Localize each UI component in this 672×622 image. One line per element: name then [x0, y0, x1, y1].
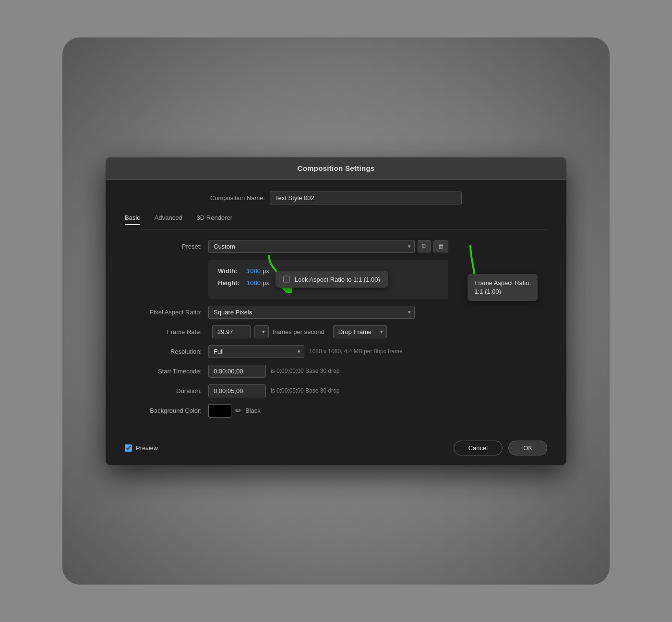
fps-label: frames per second: [273, 328, 324, 335]
pixel-aspect-select[interactable]: Square Pixels: [208, 306, 415, 319]
eyedropper-icon[interactable]: ✏: [235, 406, 241, 415]
wh-section: Width: 1080 px Height: 1080 px Lock Aspe…: [125, 260, 547, 299]
frame-rate-label: Frame Rate:: [125, 328, 202, 335]
tabs-row: Basic Advanced 3D Renderer: [125, 214, 547, 229]
width-label: Width:: [218, 267, 247, 275]
frame-rate-dropdown-wrapper: [254, 325, 269, 338]
dialog-footer: Preview Cancel OK: [106, 434, 566, 465]
comp-name-input[interactable]: [270, 191, 462, 204]
start-timecode-row: Start Timecode: is 0;00;00;00 Base 30 dr…: [125, 365, 547, 378]
resolution-note: 1080 x 1080, 4.4 MB per 8bpc frame: [309, 348, 403, 355]
preset-row: Preset: Custom ⧉ 🗑: [125, 240, 547, 253]
duration-input[interactable]: [208, 384, 266, 397]
resolution-dropdown-wrapper: Full: [208, 345, 304, 358]
height-label: Height:: [218, 279, 247, 287]
preset-dropdown-wrapper: Custom: [208, 240, 415, 253]
frame-aspect-label: Frame Aspect Ratio: 1:1 (1.00): [474, 279, 531, 296]
duration-row: Duration: is 0;00;05;00 Base 30 drop: [125, 384, 547, 397]
frame-aspect-tooltip: Frame Aspect Ratio: 1:1 (1.00): [468, 274, 538, 301]
bg-color-name: Black: [245, 407, 261, 414]
comp-name-row: Composition Name:: [125, 191, 547, 204]
start-timecode-input[interactable]: [208, 365, 266, 378]
frame-rate-row: Frame Rate: frames per second Drop Frame: [125, 325, 547, 338]
bg-color-swatch[interactable]: [208, 404, 231, 418]
height-unit: px: [263, 279, 269, 287]
duration-note: is 0;00;05;00 Base 30 drop: [271, 387, 339, 394]
resolution-label: Resolution:: [125, 348, 202, 355]
tab-basic[interactable]: Basic: [125, 214, 140, 225]
dialog-window: Composition Settings Composition Name: B…: [106, 157, 566, 465]
frame-rate-dropdown[interactable]: [254, 325, 269, 338]
start-timecode-note: is 0;00;00;00 Base 30 drop: [271, 368, 339, 374]
footer-buttons: Cancel OK: [454, 441, 547, 455]
drop-frame-dropdown-wrapper: Drop Frame: [333, 325, 387, 338]
lock-aspect-tooltip: Lock Aspect Ratio to 1:1 (1.00): [276, 271, 388, 287]
dialog-titlebar: Composition Settings: [106, 157, 566, 180]
dialog-title: Composition Settings: [298, 164, 375, 172]
ok-button[interactable]: OK: [508, 441, 547, 455]
start-timecode-label: Start Timecode:: [125, 368, 202, 375]
frame-rate-input[interactable]: [212, 325, 251, 338]
lock-aspect-checkbox[interactable]: [283, 276, 290, 283]
preset-label: Preset:: [125, 243, 202, 250]
bg-color-label: Background Color:: [125, 407, 202, 414]
save-preset-button[interactable]: ⧉: [418, 240, 431, 252]
duration-label: Duration:: [125, 387, 202, 395]
preset-select[interactable]: Custom: [208, 240, 415, 253]
tab-3d-renderer[interactable]: 3D Renderer: [197, 214, 232, 225]
resolution-select[interactable]: Full: [208, 345, 304, 358]
height-value: 1080: [247, 279, 261, 287]
resolution-row: Resolution: Full 1080 x 1080, 4.4 MB per…: [125, 345, 547, 358]
bg-color-row: Background Color: ✏ Black: [125, 404, 547, 418]
width-unit: px: [263, 267, 269, 275]
preview-row: Preview: [125, 444, 158, 452]
preview-checkbox[interactable]: [125, 444, 132, 452]
pixel-aspect-label: Pixel Aspect Ratio:: [125, 309, 202, 316]
dialog-body: Composition Name: Basic Advanced 3D Rend…: [106, 180, 566, 434]
pixel-aspect-row: Pixel Aspect Ratio: Square Pixels: [125, 306, 547, 319]
drop-frame-select[interactable]: Drop Frame: [333, 325, 387, 338]
pixel-aspect-dropdown-wrapper: Square Pixels: [208, 306, 415, 319]
delete-preset-button[interactable]: 🗑: [433, 240, 448, 252]
wh-panel: Width: 1080 px Height: 1080 px Lock Aspe…: [208, 260, 448, 299]
outer-background: Composition Settings Composition Name: B…: [62, 37, 610, 585]
lock-aspect-label: Lock Aspect Ratio to 1:1 (1.00): [295, 275, 380, 283]
comp-name-label: Composition Name:: [210, 194, 265, 202]
tab-advanced[interactable]: Advanced: [155, 214, 182, 225]
cancel-button[interactable]: Cancel: [454, 441, 503, 455]
width-value: 1080: [247, 267, 261, 275]
preview-label: Preview: [136, 444, 158, 452]
